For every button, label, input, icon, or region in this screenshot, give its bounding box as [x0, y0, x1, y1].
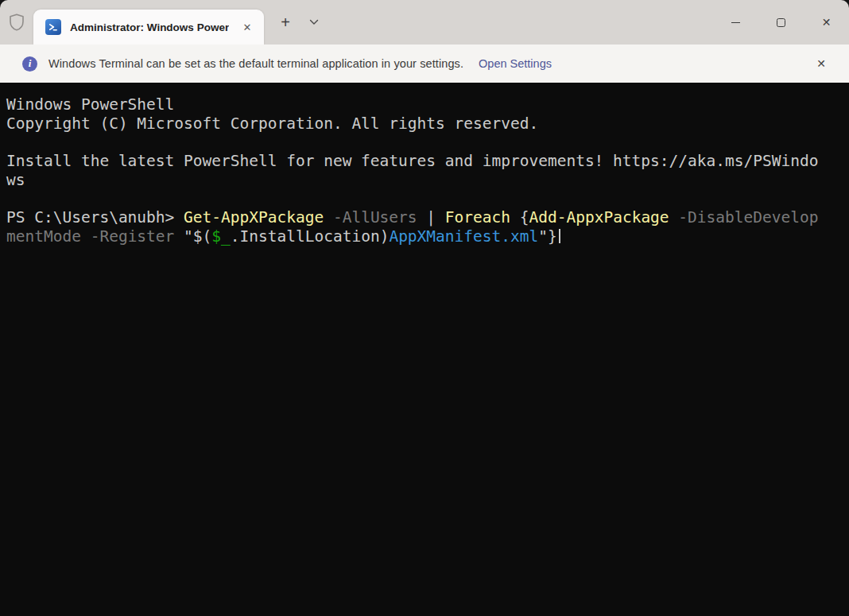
terminal-text-segment: "$(	[174, 227, 211, 246]
open-settings-link[interactable]: Open Settings	[479, 57, 552, 70]
terminal-line: ws	[6, 171, 843, 190]
terminal-screen[interactable]: Windows PowerShellCopyright (C) Microsof…	[0, 83, 849, 616]
shield-outline-icon	[9, 14, 25, 31]
close-icon: ✕	[822, 16, 832, 29]
terminal-text-segment: Get-AppXPackage	[184, 208, 324, 227]
terminal-text-segment: "}	[538, 227, 556, 246]
terminal-text-segment: PS C:\Users\anubh>	[6, 208, 184, 227]
terminal-text-segment: .InstallLocation)	[231, 227, 390, 246]
terminal-text-segment: Foreach	[445, 208, 510, 227]
minimize-icon	[731, 22, 740, 23]
terminal-text-segment: {	[510, 208, 529, 227]
terminal-text-segment	[669, 208, 679, 227]
terminal-text-segment: ws	[6, 171, 25, 189]
terminal-line: Copyright (C) Microsoft Corporation. All…	[6, 114, 843, 134]
terminal-line: PS C:\Users\anubh> Get-AppXPackage -AllU…	[6, 208, 843, 227]
chevron-down-icon	[309, 19, 319, 25]
powershell-icon	[45, 19, 61, 35]
default-terminal-banner: i Windows Terminal can be set as the def…	[0, 45, 849, 83]
terminal-text-segment: -Register	[91, 227, 175, 246]
terminal-text-segment: $_	[211, 227, 230, 246]
terminal-text-segment	[81, 227, 91, 246]
info-icon: i	[22, 56, 37, 72]
terminal-text-segment: Add-AppxPackage	[529, 208, 669, 227]
terminal-line: Install the latest PowerShell for new fe…	[6, 152, 843, 171]
terminal-text-segment: |	[417, 208, 445, 227]
terminal-line: mentMode -Register "$($_.InstallLocation…	[6, 227, 843, 246]
terminal-output: Windows PowerShellCopyright (C) Microsof…	[6, 95, 843, 246]
tab-administrator-powershell[interactable]: Administrator: Windows PowerShell ✕	[33, 10, 264, 45]
terminal-text-segment: mentMode	[6, 227, 81, 246]
terminal-text-segment: -AllUsers	[333, 208, 417, 227]
banner-message: Windows Terminal can be set as the defau…	[48, 57, 463, 70]
caption-buttons: ✕	[713, 0, 849, 45]
new-tab-button[interactable]: +	[272, 9, 299, 36]
maximize-button[interactable]	[758, 0, 804, 45]
close-window-button[interactable]: ✕	[804, 0, 849, 45]
terminal-line	[6, 190, 843, 209]
tab-close-icon[interactable]: ✕	[235, 15, 259, 39]
terminal-text-segment: AppXManifest.xml	[389, 227, 538, 246]
titlebar: Administrator: Windows PowerShell ✕ + ✕	[0, 0, 849, 45]
admin-shield-icon	[0, 0, 33, 45]
minimize-button[interactable]	[713, 0, 758, 45]
banner-close-icon[interactable]: ✕	[809, 52, 833, 76]
terminal-line	[6, 133, 843, 152]
terminal-cursor	[559, 229, 560, 243]
tab-title: Administrator: Windows PowerShell	[70, 21, 229, 33]
terminal-window: Administrator: Windows PowerShell ✕ + ✕ …	[0, 0, 849, 616]
terminal-text-segment: -DisableDevelop	[678, 208, 818, 227]
terminal-line: Windows PowerShell	[6, 95, 843, 114]
terminal-text-segment: Install the latest PowerShell for new fe…	[6, 152, 818, 170]
tab-dropdown-button[interactable]	[300, 9, 328, 36]
terminal-text-segment	[324, 208, 333, 227]
maximize-icon	[777, 18, 785, 27]
terminal-text-segment: Windows PowerShell	[6, 95, 174, 114]
terminal-text-segment: Copyright (C) Microsoft Corporation. All…	[6, 114, 538, 133]
